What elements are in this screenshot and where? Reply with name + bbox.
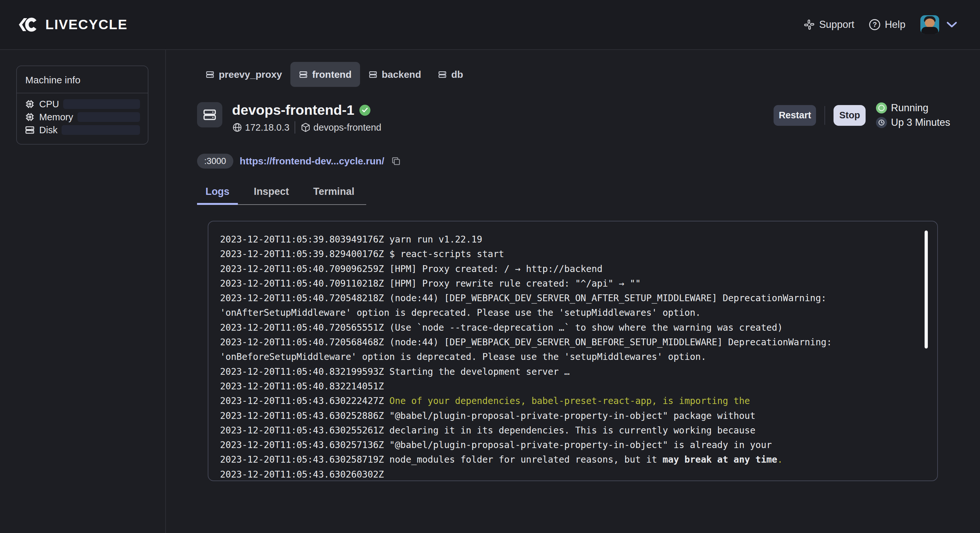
log-text: "@babel/plugin-proposal-private-property… xyxy=(390,410,756,421)
tab-logs[interactable]: Logs xyxy=(197,186,238,205)
log-line: 'onAfterSetupMiddleware' option is depre… xyxy=(220,305,918,320)
copy-icon xyxy=(391,156,401,166)
port-url-link[interactable]: https://frontend-dev...cycle.run/ xyxy=(240,156,384,167)
log-text: $ react-scripts start xyxy=(390,249,504,259)
log-text: (Use `node --trace-deprecation …` to sho… xyxy=(390,322,783,333)
log-timestamp: 2023-12-20T11:05:40.832199593Z xyxy=(220,366,390,377)
button-divider xyxy=(824,106,825,125)
chip-icon xyxy=(25,112,35,122)
status-badge: Running xyxy=(891,102,928,114)
log-warning-text: One of your dependencies, babel-preset-r… xyxy=(390,396,750,406)
livecycle-logo-icon xyxy=(18,16,40,33)
log-text: [HPM] Proxy rewrite rule created: "^/api… xyxy=(390,278,641,289)
service-tab-label: db xyxy=(451,69,463,80)
machine-ip: 172.18.0.3 xyxy=(245,122,290,133)
machine-header: devops-frontend-1 xyxy=(197,102,980,134)
log-text: "@babel/plugin-proposal-private-property… xyxy=(390,440,772,450)
livecycle-logo: LIVECYCLE xyxy=(18,16,128,33)
support-label: Support xyxy=(819,19,854,30)
service-tab-label: preevy_proxy xyxy=(219,69,282,80)
tab-inspect[interactable]: Inspect xyxy=(245,186,298,205)
port-badge: :3000 xyxy=(197,154,233,169)
log-text: 'onBeforeSetupMiddleware' option is depr… xyxy=(220,351,706,362)
service-tab-label: backend xyxy=(382,69,421,80)
log-timestamp: 2023-12-20T11:05:43.630255261Z xyxy=(220,425,390,436)
log-text: may break at any time xyxy=(662,454,777,465)
copy-url-button[interactable] xyxy=(391,156,401,166)
machine-info-row-disk: Disk xyxy=(25,125,140,135)
restart-button[interactable]: Restart xyxy=(773,105,816,126)
machine-info-title: Machine info xyxy=(17,75,148,93)
log-text: (node:44) [DEP_WEBPACK_DEV_SERVER_ON_BEF… xyxy=(390,337,832,348)
help-icon: ? xyxy=(869,19,880,30)
view-tabs: LogsInspectTerminal xyxy=(197,186,366,205)
log-text: Starting the development server … xyxy=(390,366,570,377)
chip-icon xyxy=(25,99,35,109)
help-label: Help xyxy=(885,19,905,30)
log-timestamp: 2023-12-20T11:05:43.630258719Z xyxy=(220,454,390,465)
running-dot-icon xyxy=(876,102,887,113)
server-icon xyxy=(25,125,35,135)
service-tab-frontend[interactable]: frontend xyxy=(290,62,360,87)
log-line: 'onBeforeSetupMiddleware' option is depr… xyxy=(220,349,918,364)
sidebar: Machine info CPUMemoryDisk xyxy=(0,50,166,533)
clock-icon xyxy=(876,117,887,128)
cube-icon xyxy=(301,122,311,132)
log-timestamp: 2023-12-20T11:05:39.803949176Z xyxy=(220,234,390,245)
tab-terminal[interactable]: Terminal xyxy=(305,186,363,205)
machine-info-card: Machine info CPUMemoryDisk xyxy=(16,65,148,145)
support-button[interactable]: Support xyxy=(804,19,854,30)
log-timestamp: 2023-12-20T11:05:40.709110218Z xyxy=(220,278,390,289)
log-timestamp: 2023-12-20T11:05:40.709096259Z xyxy=(220,263,390,274)
log-line: 2023-12-20T11:05:40.720548218Z (node:44)… xyxy=(220,291,918,305)
log-line: 2023-12-20T11:05:43.630260302Z xyxy=(220,467,918,481)
log-line: 2023-12-20T11:05:43.630255261Z declaring… xyxy=(220,423,918,438)
avatar[interactable] xyxy=(920,15,939,34)
machine-info-row-memory: Memory xyxy=(25,112,140,122)
log-scrollbar[interactable] xyxy=(924,230,928,348)
log-text: 'onAfterSetupMiddleware' option is depre… xyxy=(220,307,701,318)
machine-info-label: CPU xyxy=(39,99,59,110)
uptime-text: Up 3 Minutes xyxy=(891,117,950,128)
log-timestamp: 2023-12-20T11:05:43.630260302Z xyxy=(220,469,384,480)
slack-icon xyxy=(804,19,815,30)
log-line: 2023-12-20T11:05:40.832199593Z Starting … xyxy=(220,364,918,379)
log-line: 2023-12-20T11:05:40.720568468Z (node:44)… xyxy=(220,335,918,349)
main-content: preevy_proxyfrontendbackenddb devops-fro… xyxy=(166,50,980,533)
log-line: 2023-12-20T11:05:43.630222427Z One of yo… xyxy=(220,394,918,408)
usage-bar xyxy=(63,99,140,109)
sub-divider xyxy=(294,121,295,134)
machine-icon-box xyxy=(197,102,222,128)
log-text: yarn run v1.22.19 xyxy=(390,234,482,245)
server-icon xyxy=(438,70,447,79)
log-timestamp: 2023-12-20T11:05:39.829400176Z xyxy=(220,249,390,259)
log-text: (node:44) [DEP_WEBPACK_DEV_SERVER_ON_AFT… xyxy=(390,293,827,303)
log-line: 2023-12-20T11:05:39.829400176Z $ react-s… xyxy=(220,247,918,261)
log-line: 2023-12-20T11:05:39.803949176Z yarn run … xyxy=(220,232,918,247)
log-line: 2023-12-20T11:05:43.630258719Z node_modu… xyxy=(220,452,918,467)
globe-icon xyxy=(232,122,242,132)
machine-info-label: Disk xyxy=(39,125,57,136)
machine-info-row-cpu: CPU xyxy=(25,99,140,109)
machine-name: devops-frontend-1 xyxy=(232,102,354,118)
service-tabs: preevy_proxyfrontendbackenddb xyxy=(197,62,980,87)
service-tab-label: frontend xyxy=(312,69,352,80)
usage-bar xyxy=(78,112,140,122)
chevron-down-icon[interactable] xyxy=(946,21,957,28)
service-name: devops-frontend xyxy=(313,122,382,133)
log-line: 2023-12-20T11:05:43.630252886Z "@babel/p… xyxy=(220,409,918,423)
check-badge-icon xyxy=(360,105,371,116)
log-line: 2023-12-20T11:05:40.832214051Z xyxy=(220,379,918,394)
server-icon xyxy=(299,70,308,79)
service-tab-backend[interactable]: backend xyxy=(360,62,430,87)
service-tab-db[interactable]: db xyxy=(430,62,471,87)
server-icon xyxy=(202,107,217,122)
log-text: node_modules folder for unrelated reason… xyxy=(390,454,663,465)
service-tab-preevy_proxy[interactable]: preevy_proxy xyxy=(197,62,290,87)
help-button[interactable]: ? Help xyxy=(869,19,905,30)
log-timestamp: 2023-12-20T11:05:40.720565551Z xyxy=(220,322,390,333)
server-icon xyxy=(369,70,377,79)
machine-info-label: Memory xyxy=(39,112,73,123)
log-timestamp: 2023-12-20T11:05:40.720548218Z xyxy=(220,293,390,303)
stop-button[interactable]: Stop xyxy=(834,105,865,126)
